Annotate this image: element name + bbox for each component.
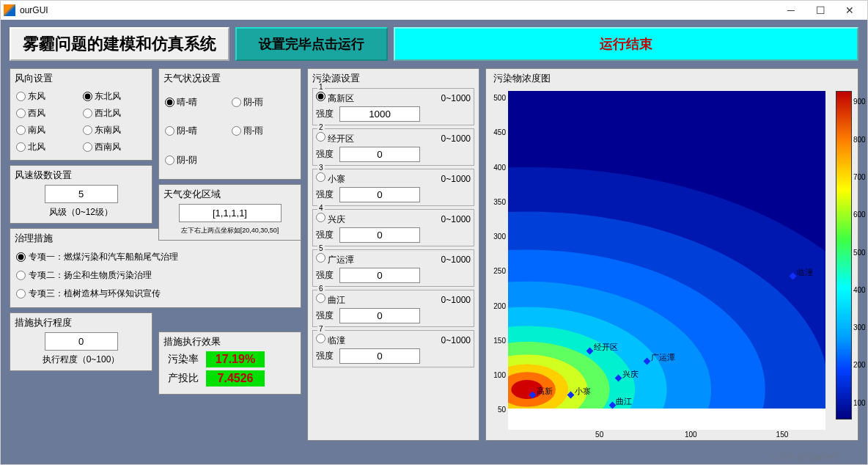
treatment-option[interactable]: 专项三：植树造林与环保知识宣传: [15, 285, 296, 303]
y-tick: 50: [498, 406, 508, 414]
wind-dir-option[interactable]: 西北风: [81, 105, 148, 122]
pollution-source-radio[interactable]: 临潼: [316, 334, 345, 347]
pollution-range: 0~1000: [441, 214, 471, 224]
weather-cond-panel: 天气状况设置 晴-晴 阴-雨 阴-晴 雨-雨 阴-阴: [158, 68, 301, 180]
pollution-range: 0~1000: [441, 174, 471, 184]
weather-option[interactable]: 阴-阴: [163, 146, 230, 175]
marker-label: 兴庆: [622, 369, 639, 380]
pollution-range: 0~1000: [441, 335, 471, 345]
pollution-source-radio[interactable]: 经开区: [316, 132, 354, 145]
maximize-button[interactable]: ☐: [806, 4, 835, 16]
titlebar: ourGUI ─ ☐ ✕: [1, 1, 867, 20]
pollution-range: 0~1000: [441, 93, 471, 103]
pollution-source-radio[interactable]: 兴庆: [316, 213, 345, 226]
y-tick: 400: [493, 163, 508, 171]
pollution-source-group: 3 小寨0~1000 强度: [312, 169, 474, 206]
intensity-label: 强度: [316, 310, 334, 322]
y-tick: 200: [493, 301, 508, 310]
y-tick: 450: [493, 128, 508, 136]
wind-direction-title: 风向设置: [15, 72, 147, 85]
colorbar-tick: 600: [851, 210, 866, 219]
weather-option[interactable]: 晴-晴: [163, 88, 230, 117]
pollution-source-radio[interactable]: 曲江: [316, 293, 345, 307]
y-tick: 100: [493, 371, 508, 379]
weather-area-caption: 左下右上两点坐标如[20,40,30,50]: [170, 226, 290, 235]
y-tick: 150: [493, 336, 508, 344]
intensity-input[interactable]: [339, 348, 420, 364]
intensity-input[interactable]: [339, 187, 420, 202]
exec-effect-panel: 措施执行效果 污染率17.19%产投比7.4526: [158, 332, 301, 395]
intensity-input[interactable]: [339, 147, 420, 162]
pollution-source-group: 6 曲江0~1000 强度: [312, 290, 474, 327]
exec-level-panel: 措施执行程度 执行程度（0~100）: [10, 312, 152, 371]
pollution-source-group: 7 临潼0~1000 强度: [312, 330, 474, 367]
x-tick: 50: [595, 430, 603, 439]
intensity-label: 强度: [316, 188, 334, 201]
colorbar-tick: 800: [851, 135, 866, 143]
pollution-source-group: 5 广运潭0~1000 强度: [312, 249, 474, 287]
weather-option[interactable]: 阴-雨: [230, 88, 297, 117]
exec-level-caption: 执行程度（0~100）: [15, 354, 147, 366]
app-icon: [4, 4, 15, 16]
wind-speed-input[interactable]: [45, 185, 118, 203]
y-tick: 250: [493, 267, 508, 275]
pollution-range: 0~1000: [441, 255, 471, 265]
pollution-source-radio[interactable]: 高新区: [316, 92, 354, 105]
weather-cond-title: 天气状况设置: [163, 72, 296, 85]
wind-dir-option[interactable]: 东风: [15, 88, 81, 105]
pollution-source-radio[interactable]: 小寨: [316, 172, 345, 186]
pollution-range: 0~1000: [441, 133, 471, 144]
intensity-label: 强度: [316, 229, 334, 241]
marker-label: 临潼: [797, 267, 813, 278]
wind-dir-option[interactable]: 西南风: [81, 139, 148, 155]
weather-option[interactable]: 阴-晴: [163, 117, 230, 145]
intensity-input[interactable]: [339, 227, 420, 243]
exec-level-title: 措施执行程度: [15, 316, 147, 329]
intensity-label: 强度: [316, 350, 334, 362]
wind-dir-option[interactable]: 东北风: [81, 88, 148, 105]
effect-label: 污染率: [168, 353, 199, 366]
wind-direction-panel: 风向设置 东风 东北风 西风 西北风 南风 东南风 北风 西南风: [10, 68, 152, 161]
pollution-source-group: 4 兴庆0~1000 强度: [312, 209, 474, 246]
colorbar-tick: 900: [851, 98, 866, 106]
intensity-label: 强度: [316, 148, 334, 161]
pollution-source-group: 2 经开区0~1000 强度: [312, 128, 474, 166]
exec-level-input[interactable]: [45, 332, 118, 351]
intensity-label: 强度: [316, 269, 334, 282]
intensity-input[interactable]: [339, 308, 420, 323]
done-button[interactable]: 运行结束: [394, 27, 858, 61]
wind-speed-panel: 风速级数设置 风级（0~12级）: [10, 165, 152, 224]
marker-label: 高新: [537, 386, 553, 397]
colorbar-tick: 400: [851, 285, 866, 293]
system-title: 雾霾问题的建模和仿真系统: [10, 27, 229, 61]
treatment-option[interactable]: 专项一：燃煤污染和汽车船舶尾气治理: [15, 248, 296, 266]
marker-label: 小寨: [575, 386, 591, 397]
weather-area-input[interactable]: [179, 204, 282, 222]
colorbar: 900800700600500400300200100: [836, 91, 852, 420]
wind-dir-option[interactable]: 南风: [15, 122, 81, 139]
marker-label: 广运潭: [651, 352, 675, 363]
intensity-input[interactable]: [339, 106, 420, 122]
wind-dir-option[interactable]: 东南风: [81, 122, 148, 139]
pollution-source-radio[interactable]: 广运潭: [316, 253, 354, 266]
minimize-button[interactable]: ─: [776, 4, 806, 16]
wind-speed-caption: 风级（0~12级）: [15, 206, 147, 219]
pollution-title: 污染源设置: [312, 72, 474, 85]
weather-option[interactable]: 雨-雨: [230, 117, 297, 145]
app-window: ourGUI ─ ☐ ✕ 雾霾问题的建模和仿真系统 设置完毕点击运行 运行结束 …: [0, 0, 868, 465]
effect-value: 7.4526: [206, 370, 265, 387]
run-button[interactable]: 设置完毕点击运行: [235, 27, 388, 61]
x-tick: 150: [776, 430, 789, 439]
colorbar-tick: 500: [851, 248, 866, 256]
wind-dir-option[interactable]: 北风: [15, 139, 81, 155]
treatment-option[interactable]: 专项二：扬尘和生物质污染治理: [15, 266, 296, 285]
effect-value: 17.19%: [206, 351, 265, 367]
weather-area-title: 天气变化区域: [163, 188, 296, 201]
y-tick: 500: [493, 94, 508, 102]
x-tick: 100: [685, 430, 697, 439]
wind-speed-title: 风速级数设置: [15, 169, 147, 182]
pollution-range: 0~1000: [441, 295, 471, 305]
close-button[interactable]: ✕: [835, 4, 864, 16]
wind-dir-option[interactable]: 西风: [15, 105, 81, 122]
intensity-input[interactable]: [339, 268, 420, 283]
